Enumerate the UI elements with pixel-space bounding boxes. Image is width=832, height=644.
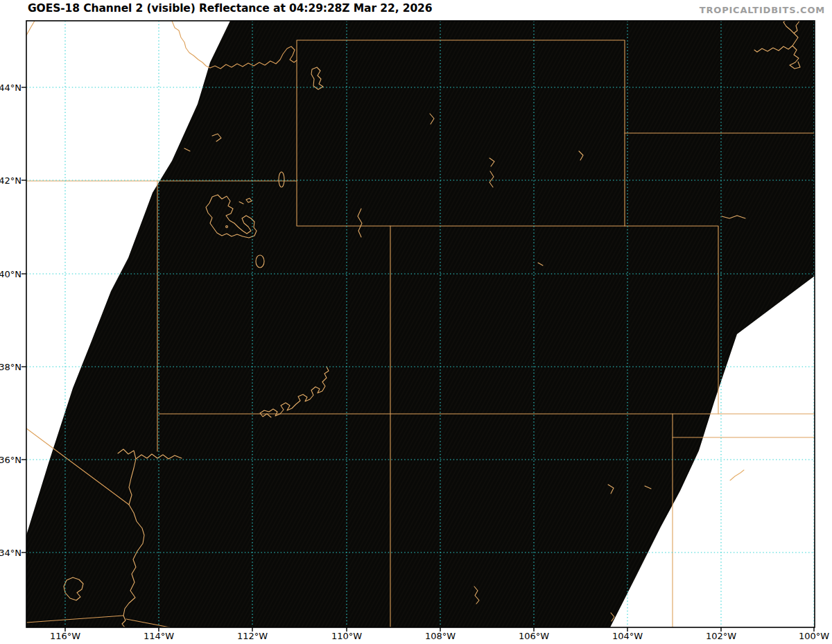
lon-tick-label: 106°W	[519, 631, 549, 641]
lat-tick-label: 44°N	[0, 82, 21, 93]
lon-tick-label: 116°W	[50, 631, 80, 641]
lat-tick-label: 42°N	[0, 175, 21, 186]
lon-tick-label: 114°W	[144, 631, 174, 641]
lat-tick-label: 36°N	[0, 455, 21, 465]
lon-tick-label: 112°W	[237, 631, 268, 641]
lon-tick-label: 110°W	[331, 631, 362, 641]
lon-tick-label: 104°W	[612, 631, 643, 641]
lat-tick-label: 38°N	[0, 362, 21, 372]
lat-tick-label: 40°N	[0, 269, 21, 279]
lon-tick-label: 100°W	[799, 631, 829, 641]
lat-tick-label: 34°N	[0, 548, 21, 558]
lon-tick-label: 102°W	[706, 631, 736, 641]
satellite-map-page: GOES-18 Channel 2 (visible) Reflectance …	[0, 0, 832, 644]
lon-tick-label: 108°W	[425, 631, 456, 641]
satellite-map-plot	[0, 0, 832, 644]
